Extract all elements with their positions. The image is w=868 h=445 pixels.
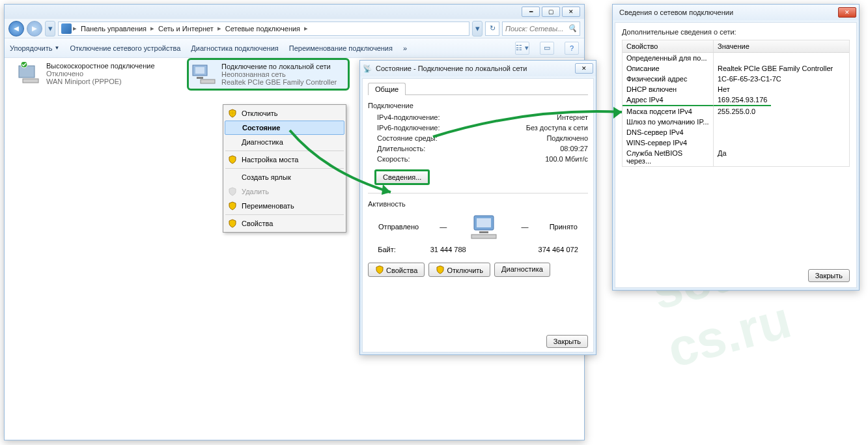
menu-properties[interactable]: Свойства (225, 216, 344, 231)
titlebar[interactable]: Сведения о сетевом подключении ✕ (613, 5, 859, 20)
view-options-button[interactable]: ☷ ▾ (515, 42, 529, 55)
shield-icon (228, 187, 237, 196)
search-placeholder: Поиск: Сетевы... (505, 25, 563, 33)
connection-status: Неопознанная сеть (221, 70, 337, 78)
property-value: Realtek PCIe GBE Family Controller (714, 63, 837, 74)
tab-general[interactable]: Общие (368, 83, 406, 95)
shield-icon (436, 265, 445, 274)
diagnose-button[interactable]: Диагностика подключения (191, 44, 278, 52)
details-row[interactable]: DNS-сервер IPv4 (623, 127, 849, 137)
details-row[interactable]: WINS-сервер IPv4 (623, 137, 849, 148)
property-name: Описание (623, 63, 714, 74)
connection-title: Подключение по локальной сети (221, 63, 337, 70)
rename-button[interactable]: Переименование подключения (289, 44, 393, 52)
breadcrumb-dropdown-button[interactable]: ▾ (472, 21, 483, 36)
details-row[interactable]: ОписаниеRealtek PCIe GBE Family Controll… (623, 63, 849, 74)
organize-menu[interactable]: Упорядочить ▼ (10, 44, 59, 52)
minimize-button[interactable]: ━ (522, 7, 540, 17)
broadband-icon (16, 62, 42, 84)
shield-icon (228, 201, 237, 210)
tab-strip: Общие (368, 83, 588, 95)
close-button[interactable]: ✕ (562, 7, 580, 17)
disable-button[interactable]: Отключить (428, 263, 490, 277)
svg-rect-6 (201, 79, 215, 83)
details-row[interactable]: Адрес IPv4169.254.93.176 (623, 94, 849, 106)
nav-forward-button[interactable]: ► (27, 21, 42, 36)
details-row[interactable]: Маска подсети IPv4255.255.0.0 (623, 106, 849, 117)
breadcrumb-item[interactable]: Сетевые подключения (223, 25, 303, 33)
property-name: DHCP включен (623, 84, 714, 94)
column-value[interactable]: Значение (714, 40, 753, 52)
svg-rect-5 (197, 77, 203, 79)
menu-delete: Удалить (225, 184, 344, 199)
search-icon: 🔍 (568, 24, 577, 33)
property-value: 1C-6F-65-23-C1-7C (714, 74, 785, 84)
titlebar[interactable]: 📡 Состояние - Подключение по локальной с… (360, 61, 596, 76)
preview-pane-button[interactable]: ▭ (540, 42, 554, 55)
context-menu: Отключить Состояние Диагностика Настройк… (223, 104, 346, 233)
network-icon (61, 23, 72, 34)
menu-disable[interactable]: Отключить (225, 106, 344, 121)
property-name: Физический адрес (623, 74, 714, 84)
property-name: Шлюз по умолчанию IP... (623, 117, 714, 127)
search-input[interactable]: Поиск: Сетевы... 🔍 (502, 22, 580, 36)
connection-broadband[interactable]: Высокоскоростное подключение Отключено W… (16, 62, 179, 85)
connection-device: Realtek PCIe GBE Family Controller (221, 78, 337, 86)
refresh-button[interactable]: ↻ (485, 22, 499, 36)
property-name: Маска подсети IPv4 (623, 106, 714, 117)
menu-rename[interactable]: Переименовать (225, 199, 344, 213)
menu-bridge[interactable]: Настройка моста (225, 152, 344, 167)
status-dialog: 📡 Состояние - Подключение по локальной с… (359, 60, 596, 355)
breadcrumb-item[interactable]: Сеть и Интернет (156, 25, 216, 33)
group-activity-label: Активность (368, 200, 588, 208)
svg-rect-4 (195, 67, 204, 74)
close-button[interactable]: Закрыть (808, 269, 850, 282)
details-row[interactable]: DHCP включенНет (623, 84, 849, 94)
column-property[interactable]: Свойство (623, 40, 714, 52)
details-row[interactable]: Служба NetBIOS через...Да (623, 148, 849, 166)
details-dialog: Сведения о сетевом подключении ✕ Дополни… (612, 4, 860, 291)
connection-lan[interactable]: Подключение по локальной сети Неопознанн… (187, 58, 350, 91)
property-name: DNS-сервер IPv4 (623, 127, 714, 137)
shield-icon (228, 109, 237, 118)
details-row[interactable]: Определенный для по... (623, 53, 849, 63)
close-button[interactable]: Закрыть (546, 335, 588, 348)
nav-back-button[interactable]: ◄ (8, 21, 24, 36)
details-button[interactable]: Сведения... (374, 169, 430, 185)
property-name: Служба NetBIOS через... (623, 148, 714, 166)
close-button[interactable]: ✕ (575, 63, 593, 74)
property-value (714, 127, 721, 137)
details-row[interactable]: Физический адрес1C-6F-65-23-C1-7C (623, 74, 849, 84)
lan-icon (191, 63, 217, 85)
close-button[interactable]: ✕ (838, 7, 856, 18)
property-name: Определенный для по... (623, 53, 714, 63)
shield-icon (228, 155, 237, 164)
property-value: Нет (714, 84, 734, 94)
menu-diagnose[interactable]: Диагностика (225, 135, 344, 149)
shield-icon (228, 219, 237, 228)
svg-rect-11 (479, 231, 488, 233)
breadcrumb-item[interactable]: Панель управления (78, 25, 149, 33)
help-button[interactable]: ? (565, 42, 579, 55)
network-icon: 📡 (363, 65, 372, 73)
svg-rect-0 (19, 66, 35, 78)
connection-device: WAN Miniport (PPPOE) (46, 78, 155, 85)
nav-history-button[interactable]: ▾ (45, 21, 55, 36)
svg-rect-2 (23, 79, 38, 83)
menu-shortcut[interactable]: Создать ярлык (225, 170, 344, 184)
dialog-title: Сведения о сетевом подключении (619, 8, 836, 16)
activity-icon (468, 213, 500, 240)
dialog-title: Состояние - Подключение по локальной сет… (376, 65, 573, 72)
details-grid: Свойство Значение Определенный для по...… (622, 40, 850, 167)
property-value: 255.255.0.0 (714, 106, 759, 117)
connection-title: Высокоскоростное подключение (46, 62, 155, 70)
details-row[interactable]: Шлюз по умолчанию IP... (623, 117, 849, 127)
menu-status[interactable]: Состояние (225, 121, 344, 135)
properties-button[interactable]: Свойства (368, 263, 425, 277)
shield-icon (375, 265, 384, 274)
maximize-button[interactable]: ▢ (542, 7, 560, 17)
disable-device-button[interactable]: Отключение сетевого устройства (70, 44, 180, 52)
breadcrumb[interactable]: ▸ Панель управления ▸ Сеть и Интернет ▸ … (58, 22, 469, 36)
diagnose-button[interactable]: Диагностика (494, 263, 550, 277)
connection-status: Отключено (46, 70, 155, 78)
